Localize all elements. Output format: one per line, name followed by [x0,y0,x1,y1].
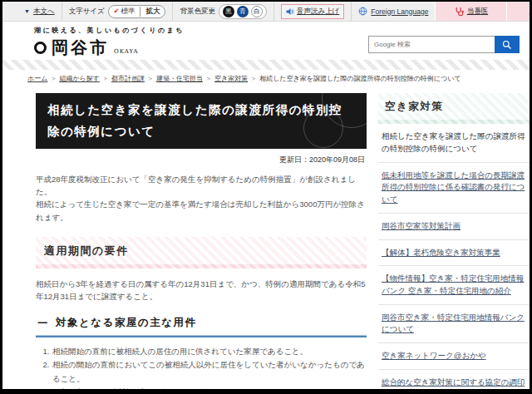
tts-label: 音声読み上げ [297,7,339,17]
bg-color-label: 背景色変更 [180,7,215,17]
breadcrumb: ホーム＞組織から探す＞都市計画課＞建築・住宅担当＞空き家対策＞相続した空き家を譲… [2,70,530,88]
sidebar-item-current: 相続した空き家を譲渡した際の譲渡所得の特別控除の特例について [378,124,530,162]
triangle-down-icon: ▼ [24,8,30,14]
list-item: 昭和56年5月31日以前に建築されたものであること。 [52,386,367,389]
breadcrumb-org[interactable]: 組織から探す [59,75,100,82]
sidebar-item-info-bank[interactable]: 岡谷市空き家・特定住宅用地情報バンクについて [378,305,530,343]
updated-date: 更新日：2020年09月08日 [36,155,365,165]
sidebar-item-property-info[interactable]: 【物件情報】空き家・特定住宅用地情報バンク 空き家・特定住宅用地の紹介 [378,266,530,304]
site-header: 湖に映える、美しいものづくりのまち 岡谷市 OKAYA [2,22,530,60]
sidebar-header: 空き家対策 [378,93,530,124]
sidebar-menu: 相続した空き家を譲渡した際の譲渡所得の特別控除の特例について 低未利用地等を譲渡… [378,124,530,389]
font-size-label: 文字サイズ [69,7,105,17]
sidebar-item-low-use-land[interactable]: 低未利用地等を譲渡した場合の長期譲渡所得の特別控除に係る確認書の発行について [378,163,530,214]
font-size-large-label: 拡大 [145,7,160,17]
site-logo: 岡谷市 OKAYA [34,37,185,59]
search-icon [502,40,512,50]
site-tagline: 湖に映える、美しいものづくりのまち [34,26,185,35]
city-logo-icon [34,42,47,54]
city-name-roman: OKAYA [114,48,139,55]
main-column: 相続した空き家を譲渡した際の譲渡所得の特別控除の特例について 更新日：2020年… [36,93,367,389]
page-title: 相続した空き家を譲渡した際の譲渡所得の特別控除の特例について [36,93,367,149]
breadcrumb-planning[interactable]: 都市計画課 [111,75,145,82]
sidebar-item-network[interactable]: 空き家ネットワーク@おかや [378,343,530,370]
foreign-language-link[interactable]: Foreign Language [371,7,428,16]
breadcrumb-current: 相続した空き家を譲渡した際の譲渡所得の特別控除の特例について [259,75,461,82]
house-requirements-list: 相続開始の直前に被相続人の居住の用に供されていた家屋であること。 相続の開始の直… [41,345,367,389]
sidebar-item-akiya-plan[interactable]: 岡谷市空家等対策計画 [378,214,530,240]
sidebar: 空き家対策 相続した空き家を譲渡した際の譲渡所得の特別控除の特例について 低未利… [378,93,530,389]
sidebar-item-demolition[interactable]: 【解体】老朽危険空き家対策事業 [378,240,530,267]
subsection-underline [36,335,367,337]
tts-group: 音声読み上げ [274,2,352,21]
check-icon: ✔ [114,7,120,15]
header-divider-stripes [2,60,530,70]
site-search [368,36,520,60]
speaker-icon [286,7,294,16]
font-size-toggle: ✔ 標準 拡大 [108,5,166,18]
globe-icon [358,7,367,16]
brand[interactable]: 湖に映える、美しいものづくりのまち 岡谷市 OKAYA [34,26,185,60]
search-button[interactable] [495,36,520,53]
font-size-standard-button[interactable]: ✔ 標準 [109,7,140,17]
section-heading-period-label: 適用期間の要件 [36,237,367,264]
tts-button[interactable]: 音声読み上げ [281,4,344,19]
bg-white-button[interactable]: 白 [251,6,263,17]
foreign-language-group: Foreign Language [352,2,435,21]
font-size-large-button[interactable]: 拡大 [140,7,165,17]
period-requirement-text: 相続日から3年を経過する日の属する年の12月31日まで、かつ、特例の適用期間であ… [36,278,367,303]
skip-to-content: ▼ 本文へ [17,2,62,21]
list-item: 相続の開始の直前においてこの被相続人以外に居住をしていた者がいなかったものである… [52,358,367,386]
helmet-icon [529,7,530,16]
accessibility-toolbar: ▼ 本文へ 文字サイズ ✔ 標準 拡大 背景色変更 黒 青 白 [2,2,530,22]
bg-color-group: 背景色変更 黒 青 白 [173,2,274,21]
section-heading-period: 適用期間の要件 [36,237,367,268]
breadcrumb-housing[interactable]: 建築・住宅担当 [156,75,203,82]
page: ▼ 本文へ 文字サイズ ✔ 標準 拡大 背景色変更 黒 青 白 [2,2,530,389]
section-heading-stripe [36,264,367,268]
skip-to-content-link[interactable]: 本文へ [33,7,55,17]
font-size-standard-label: 標準 [121,7,135,17]
bg-blue-button[interactable]: 青 [237,6,249,17]
subsection-heading-house-label: 対象となる家屋の主な用件 [56,316,196,328]
intro-paragraph-1: 平成28年度税制改正において「空き家の発生を抑制するための特例措置」が創設されま… [36,173,367,198]
dash-icon: — [37,316,49,328]
search-input[interactable] [368,36,495,53]
breadcrumb-separator: ＞ [50,75,57,82]
breadcrumb-separator: ＞ [205,75,212,82]
font-size-group: 文字サイズ ✔ 標準 拡大 [62,2,174,21]
stethoscope-icon [455,7,464,17]
sidebar-item-agreement[interactable]: 総合的な空き家対策に関する協定の調印式が行われました [378,370,530,389]
duty-doctor-button[interactable]: 当番医 [435,2,506,21]
breadcrumb-akiya[interactable]: 空き家対策 [214,75,248,82]
content-area: 相続した空き家を譲渡した際の譲渡所得の特別控除の特例について 更新日：2020年… [2,88,530,389]
breadcrumb-separator: ＞ [102,75,109,82]
intro-paragraph-2: 相続によって生じた空き家で一定の基準を満たす場合は売却した利益から3000万円が… [36,198,367,223]
sidebar-title: 空き家対策 [378,93,530,120]
bg-color-toggle: 黒 青 白 [219,4,267,19]
subsection-heading-house: —対象となる家屋の主な用件 [36,316,367,335]
breadcrumb-home[interactable]: ホーム [27,75,47,82]
breadcrumb-separator: ＞ [147,75,154,82]
disaster-prevention-button[interactable]: 防災 [506,2,530,21]
list-item: 相続開始の直前に被相続人の居住の用に供されていた家屋であること。 [52,345,367,358]
duty-doctor-label: 当番医 [467,7,489,17]
city-name: 岡谷市 [52,37,109,59]
bg-black-button[interactable]: 黒 [223,6,234,17]
breadcrumb-separator: ＞ [250,75,257,82]
